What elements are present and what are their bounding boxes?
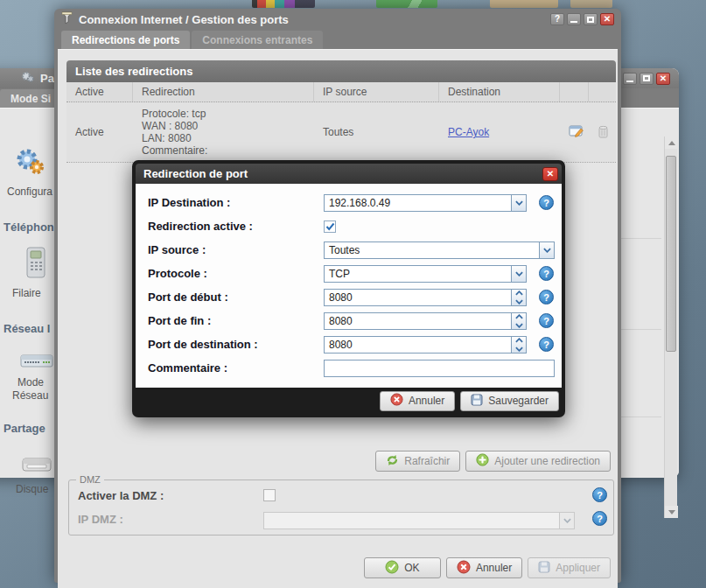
help-icon[interactable]: ? (539, 195, 554, 210)
ip-destination-select[interactable]: 192.168.0.49 (324, 194, 527, 212)
scrollbar[interactable] (664, 136, 677, 518)
spin-down-icon (515, 323, 523, 328)
port-debut-spinner[interactable]: 8080 (324, 289, 527, 306)
field-label: Redirection active : (148, 220, 253, 233)
ip-source-select[interactable]: Toutes (324, 242, 555, 259)
ip-destination-value: 192.168.0.49 (325, 195, 511, 211)
protocole-select[interactable]: TCP (324, 265, 527, 283)
dialog-save-button[interactable]: Sauvegarder (460, 391, 559, 411)
spinner-arrows[interactable] (511, 313, 526, 329)
main-window-titlebar[interactable]: Connexion Internet / Gestion des ports ?… (54, 9, 621, 30)
port-destination-spinner[interactable]: 8080 (324, 336, 527, 354)
help-icon[interactable]: ? (539, 266, 554, 281)
main-window-title: Connexion Internet / Gestion des ports (79, 13, 289, 26)
redirection-protocol: Protocole: tcp (142, 108, 314, 120)
table-row: Active Protocole: tcp WAN : 8080 LAN: 80… (66, 102, 616, 163)
chevron-down-icon[interactable] (539, 242, 554, 258)
ip-source-value: Toutes (325, 242, 539, 258)
refresh-button[interactable]: Rafraîchir (375, 451, 460, 472)
trash-icon[interactable] (598, 124, 609, 141)
field-ip-destination: IP Destination : 192.168.0.49 ? (136, 192, 562, 215)
sidebar-item-configuration[interactable]: Configura (7, 186, 52, 198)
gears-config-icon[interactable] (14, 147, 45, 180)
scroll-up-button[interactable] (665, 136, 678, 149)
dmz-enable-label: Activer la DMZ : (78, 489, 164, 502)
help-icon[interactable]: ? (592, 487, 607, 502)
spinner-arrows[interactable] (511, 337, 526, 353)
sidebar-item-disque[interactable]: Disque (16, 483, 48, 495)
edit-icon[interactable] (569, 124, 584, 141)
help-button[interactable]: ? (550, 13, 564, 25)
ok-button[interactable]: OK (364, 557, 441, 578)
redirection-active-checkbox[interactable] (324, 220, 336, 233)
dialog-titlebar[interactable]: Redirection de port ✕ (136, 164, 562, 184)
field-protocole: Protocole : TCP ? (136, 262, 562, 286)
column-header-ip-source[interactable]: IP source (314, 82, 439, 102)
list-actions: Rafraîchir Ajouter une redirection (375, 451, 611, 472)
sidebar-item-mode-reseau-line1[interactable]: Mode (17, 376, 44, 388)
desktop-icon-fragment (376, 0, 437, 8)
sidebar-item-mode-reseau-line2[interactable]: Réseau (12, 389, 48, 402)
dialog-cancel-button[interactable]: Annuler (380, 391, 455, 411)
minimize-button[interactable] (567, 13, 581, 25)
tab-mode-simple[interactable]: Mode Si (0, 89, 61, 108)
switch-icon[interactable] (19, 350, 54, 374)
desktop-icon-fragment (252, 0, 315, 8)
cell-active: Active (66, 102, 133, 162)
tab-redirections-de-ports[interactable]: Redirections de ports (61, 31, 190, 49)
scroll-thumb[interactable] (666, 156, 676, 352)
disk-icon[interactable] (21, 453, 52, 478)
field-port-destination: Port de destination : 8080 ? (136, 333, 562, 357)
maximize-button[interactable] (584, 13, 598, 25)
column-header-active[interactable]: Active (66, 82, 133, 102)
apply-button[interactable]: Appliquer (528, 557, 611, 578)
cancel-x-icon (390, 393, 403, 409)
refresh-icon (386, 454, 399, 469)
help-icon[interactable]: ? (539, 290, 554, 304)
port-fin-spinner[interactable]: 8080 (324, 312, 527, 330)
spin-down-icon (515, 299, 523, 304)
spin-up-icon (515, 314, 523, 319)
close-button[interactable]: ✕ (656, 73, 670, 85)
destination-link[interactable]: PC-Ayok (448, 126, 489, 138)
port-funnel-icon (61, 11, 73, 28)
port-debut-value: 8080 (325, 290, 511, 305)
maximize-button[interactable] (640, 73, 654, 85)
commentaire-input[interactable] (324, 360, 555, 377)
dialog-title: Redirection de port (143, 167, 248, 180)
chevron-down-icon[interactable] (511, 266, 526, 282)
minimize-button[interactable] (623, 73, 637, 85)
ok-check-icon (385, 560, 399, 577)
scroll-down-button[interactable] (665, 506, 678, 518)
sidebar-section-partage: Partage (3, 422, 45, 435)
field-ip-source: IP source : Toutes (136, 239, 562, 262)
redirection-comment: Commentaire: (142, 144, 314, 157)
cancel-x-icon (457, 560, 471, 577)
minimize-icon (626, 80, 633, 82)
spinner-arrows[interactable] (511, 290, 526, 305)
close-button[interactable]: ✕ (600, 13, 614, 25)
check-icon (325, 222, 335, 231)
spin-down-icon (515, 346, 523, 352)
help-icon[interactable]: ? (539, 337, 554, 352)
column-header-redirection[interactable]: Redirection (133, 82, 314, 102)
tab-connexions-entrantes[interactable]: Connexions entrantes (192, 31, 323, 49)
add-redirection-button[interactable]: Ajouter une redirection (465, 451, 611, 472)
chevron-down-icon[interactable] (511, 195, 526, 211)
redirection-dialog: Redirection de port ✕ IP Destination : 1… (132, 160, 565, 417)
cancel-button[interactable]: Annuler (446, 557, 522, 578)
sidebar-item-filaire[interactable]: Filaire (12, 287, 41, 299)
redirection-wan: WAN : 8080 (142, 120, 314, 132)
dmz-group: DMZ Activer la DMZ : ? IP DMZ : ? (68, 480, 614, 536)
phone-icon[interactable] (24, 247, 47, 284)
desktop: Param ? ✕ Mode Si Configura T (0, 0, 706, 588)
dmz-enable-checkbox[interactable] (263, 489, 276, 501)
dialog-body: IP Destination : 192.168.0.49 ? Redirect… (136, 184, 562, 388)
help-icon[interactable]: ? (539, 313, 554, 328)
dialog-close-button[interactable]: ✕ (542, 167, 558, 181)
help-icon[interactable]: ? (592, 511, 607, 526)
refresh-label: Rafraîchir (404, 455, 450, 467)
port-destination-value: 8080 (325, 337, 511, 353)
column-header-destination[interactable]: Destination (439, 82, 560, 102)
spin-up-icon (515, 290, 523, 296)
